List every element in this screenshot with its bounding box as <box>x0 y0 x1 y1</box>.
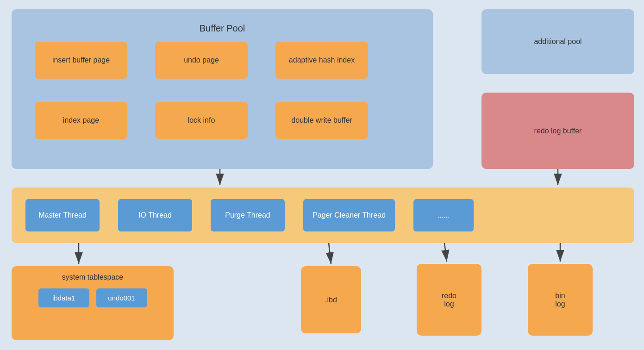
io-thread-label: IO Thread <box>138 211 172 219</box>
undo-page-box: undo page <box>155 42 248 79</box>
io-thread-box: IO Thread <box>118 199 192 231</box>
redo-log-box: redolog <box>417 264 481 336</box>
ibd-box: .ibd <box>301 266 361 333</box>
index-page-label: index page <box>63 116 99 125</box>
ibdata1-label: ibdata1 <box>52 294 75 302</box>
master-thread-label: Master Thread <box>38 211 87 219</box>
adaptive-hash-index-box: adaptive hash index <box>275 42 368 79</box>
master-thread-box: Master Thread <box>25 199 100 231</box>
buffer-pool-label: Buffer Pool <box>12 23 433 34</box>
undo001-label: undo001 <box>108 294 135 302</box>
adaptive-hash-index-label: adaptive hash index <box>289 56 355 64</box>
double-write-buffer-label: double write buffer <box>291 116 352 125</box>
ibd-label: .ibd <box>325 296 337 304</box>
index-page-box: index page <box>35 102 127 139</box>
insert-buffer-page-box: insert buffer page <box>35 42 127 79</box>
pager-cleaner-thread-label: Pager Cleaner Thread <box>313 211 386 219</box>
ibdata1-box: ibdata1 <box>38 288 89 307</box>
svg-line-5 <box>444 243 447 262</box>
thread-container: Master Thread IO Thread Purge Thread Pag… <box>12 188 634 243</box>
bin-log-label: binlog <box>555 292 565 308</box>
additional-pool-label: additional pool <box>534 38 581 46</box>
lock-info-label: lock info <box>188 116 215 125</box>
system-tablespace-box: system tablespace ibdata1 undo001 <box>12 266 174 340</box>
purge-thread-box: Purge Thread <box>211 199 285 231</box>
buffer-pool-box: Buffer Pool insert buffer page undo page… <box>12 9 433 169</box>
ellipsis-box: ...... <box>413 199 474 231</box>
svg-line-4 <box>329 243 331 264</box>
undo-page-label: undo page <box>184 56 219 64</box>
undo001-box: undo001 <box>96 288 147 307</box>
system-tablespace-label: system tablespace <box>19 273 167 281</box>
additional-pool-box: additional pool <box>481 9 634 74</box>
bin-log-box: binlog <box>528 264 593 336</box>
lock-info-box: lock info <box>155 102 248 139</box>
redo-log-buffer-box: redo log buffer <box>481 93 634 169</box>
redo-log-buffer-label: redo log buffer <box>534 127 582 135</box>
double-write-buffer-box: double write buffer <box>275 102 368 139</box>
insert-buffer-page-label: insert buffer page <box>52 56 110 64</box>
diagram: Buffer Pool insert buffer page undo page… <box>0 0 644 350</box>
purge-thread-label: Purge Thread <box>225 211 270 219</box>
redo-log-label: redolog <box>442 292 456 308</box>
ellipsis-label: ...... <box>438 211 450 219</box>
pager-cleaner-thread-box: Pager Cleaner Thread <box>303 199 395 231</box>
